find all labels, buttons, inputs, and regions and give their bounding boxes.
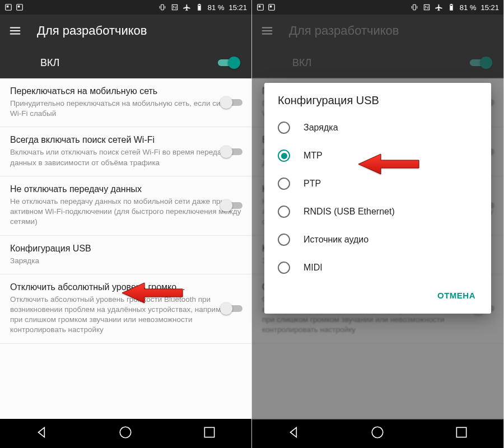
setting-switch-to-mobile[interactable]: Переключаться на мобильную сеть Принудит…: [0, 78, 251, 127]
master-toggle-row: ВКЛ: [252, 47, 503, 78]
setting-usb-config[interactable]: Конфигурация USB Зарядка: [0, 236, 251, 274]
setting-title: Переключаться на мобильную сеть: [10, 86, 241, 96]
master-toggle-label: ВКЛ: [292, 57, 311, 69]
radio-option-audio[interactable]: Источник аудио: [264, 226, 491, 254]
appbar: Для разработчиков: [0, 15, 251, 47]
master-toggle-row[interactable]: ВКЛ: [0, 47, 251, 78]
radio-option-mtp[interactable]: MTP: [264, 142, 491, 170]
radio-option-ptp[interactable]: PTP: [264, 170, 491, 198]
hamburger-icon: [261, 25, 273, 37]
radio-option-rndis[interactable]: RNDIS (USB Ethernet): [264, 198, 491, 226]
statusbar: 81 % 15:21: [252, 0, 503, 15]
radio-label: Зарядка: [304, 123, 338, 133]
nfc-icon: [171, 3, 179, 11]
page-title: Для разработчиков: [289, 24, 399, 38]
battery-pct: 81 %: [460, 3, 477, 12]
toggle-switch[interactable]: [220, 96, 242, 109]
setting-title: Отключить абсолютный уровень громко…: [10, 282, 241, 292]
radio-icon: [278, 262, 290, 274]
radio-option-midi[interactable]: MIDI: [264, 254, 491, 282]
svg-rect-19: [450, 6, 452, 10]
svg-rect-14: [270, 6, 272, 7]
app-icon-2: [268, 3, 276, 11]
radio-label: RNDIS (USB Ethernet): [304, 207, 395, 217]
clock: 15:21: [480, 3, 499, 12]
svg-rect-12: [259, 6, 260, 7]
statusbar: 81 % 15:21: [0, 0, 251, 15]
radio-label: PTP: [304, 179, 321, 189]
radio-icon: [278, 178, 290, 190]
radio-option-charging[interactable]: Зарядка: [264, 114, 491, 142]
app-icon-1: [256, 3, 264, 11]
radio-label: Источник аудио: [304, 235, 368, 245]
phone-left: 81 % 15:21 Для разработчиков ВКЛ Переклю…: [0, 0, 252, 448]
airplane-icon: [183, 3, 191, 11]
nfc-icon: [423, 3, 431, 11]
toggle-switch[interactable]: [220, 146, 242, 158]
setting-aggressive-wifi[interactable]: Всегда включать поиск сетей Wi-Fi Включа…: [0, 127, 251, 176]
setting-sub: Зарядка: [10, 256, 162, 266]
svg-rect-1: [7, 6, 8, 7]
radio-label: MIDI: [304, 263, 323, 273]
toggle-switch[interactable]: [220, 199, 242, 212]
nav-home[interactable]: [370, 425, 385, 442]
setting-title: Не отключать передачу данных: [10, 184, 241, 194]
nav-home[interactable]: [118, 425, 133, 442]
master-toggle-label: ВКЛ: [40, 57, 59, 69]
setting-sub: Принудительно переключаться на мобильную…: [10, 99, 241, 119]
nav-recent[interactable]: [454, 425, 469, 442]
master-toggle-switch: [470, 57, 492, 69]
usb-config-dialog: Конфигурация USB Зарядка MTP PTP RNDIS (…: [264, 83, 491, 314]
clock: 15:21: [228, 3, 247, 12]
svg-point-20: [372, 427, 384, 438]
page-title: Для разработчиков: [37, 24, 147, 38]
cancel-button[interactable]: ОТМЕНА: [432, 286, 481, 305]
setting-title: Всегда включать поиск сетей Wi-Fi: [10, 135, 241, 145]
svg-rect-18: [451, 4, 452, 4]
radio-icon: [278, 150, 290, 162]
radio-icon: [278, 122, 290, 134]
nav-back[interactable]: [35, 425, 49, 442]
svg-rect-3: [18, 6, 20, 7]
hamburger-icon[interactable]: [9, 25, 21, 37]
master-toggle-switch[interactable]: [218, 57, 240, 69]
svg-rect-21: [456, 427, 466, 437]
radio-label: MTP: [304, 151, 323, 161]
battery-icon: [447, 3, 455, 11]
setting-sub: Отключить абсолютный уровень громкости B…: [10, 295, 241, 335]
nav-back[interactable]: [287, 425, 301, 442]
svg-rect-10: [204, 427, 214, 437]
navbar: [252, 419, 503, 448]
setting-absolute-volume[interactable]: Отключить абсолютный уровень громко… Отк…: [0, 274, 251, 344]
svg-rect-8: [198, 6, 200, 10]
phone-right: 81 % 15:21 Для разработчиков ВКЛ Переклю…: [252, 0, 504, 448]
app-icon-1: [4, 3, 12, 11]
appbar: Для разработчиков: [252, 15, 503, 47]
setting-sub: Не отключать передачу данных по мобильно…: [10, 197, 241, 227]
setting-sub: Включать или отключать поиск сетей Wi-Fi…: [10, 147, 241, 167]
airplane-icon: [435, 3, 443, 11]
vibrate-icon: [158, 3, 166, 11]
svg-rect-7: [199, 4, 200, 4]
battery-icon: [195, 3, 203, 11]
svg-point-9: [120, 427, 132, 438]
radio-icon: [278, 234, 290, 246]
toggle-switch[interactable]: [220, 302, 242, 315]
app-icon-2: [16, 3, 24, 11]
navbar: [0, 419, 251, 448]
setting-keep-mobile-data[interactable]: Не отключать передачу данных Не отключат…: [0, 176, 251, 236]
svg-rect-15: [413, 4, 416, 10]
battery-pct: 81 %: [208, 3, 225, 12]
settings-list[interactable]: Переключаться на мобильную сеть Принудит…: [0, 78, 251, 419]
nav-recent[interactable]: [202, 425, 217, 442]
radio-icon: [278, 206, 290, 218]
dialog-title: Конфигурация USB: [264, 94, 491, 114]
setting-title: Конфигурация USB: [10, 244, 162, 254]
svg-rect-4: [161, 4, 164, 10]
vibrate-icon: [410, 3, 418, 11]
